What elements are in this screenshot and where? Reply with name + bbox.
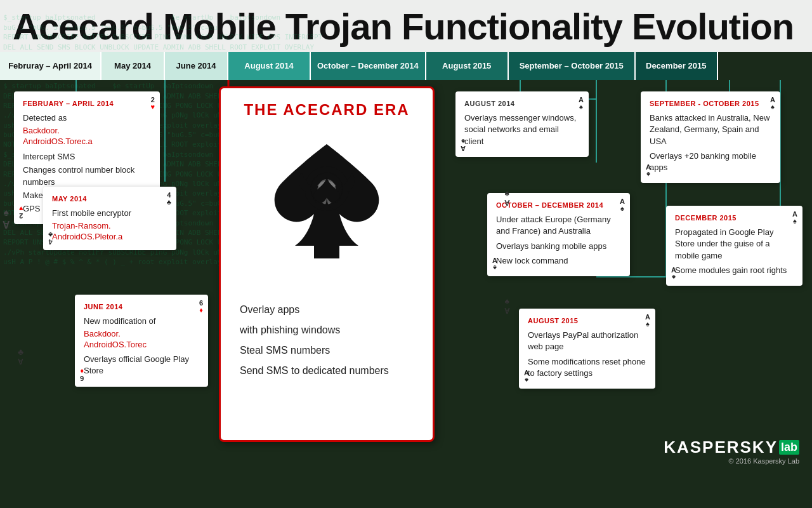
card-oct-dec2014-corner-bl: ♠ A [492, 257, 497, 271]
feature-phishing: with phishing windows [240, 320, 389, 340]
card-feb-apr-corner-bl: 2 ♥ [19, 205, 23, 219]
jun-new: New modification of [84, 316, 199, 327]
card-aug2015-corner-bl: ♠ A [524, 370, 529, 384]
card-oct-dec2014-title: OCTOBER – DECEMBER 2014 [496, 201, 621, 210]
small-spade-right-2: ♠ A [504, 296, 510, 315]
card-aug2014-corner-bl: A ♠ [461, 138, 466, 152]
may-link[interactable]: Trojan-Ransom.AndroidOS.Pletor.a [52, 221, 167, 243]
feature-overlay: Overlay apps [240, 300, 389, 320]
aug2015-paypal: Overlays PayPal authorization web page [528, 330, 646, 352]
card-jun: JUNE 2014 6 ♦ 6 ♦ New modification of Ba… [75, 295, 208, 387]
kaspersky-logo-text: KASPERSKY [664, 438, 778, 457]
kaspersky-copyright: © 2016 Kaspersky Lab [729, 457, 799, 465]
card-sep-oct2015-title: SEPTEMBER - OCTOBER 2015 [650, 99, 771, 109]
card-oct-dec2014-corner: A ♠ [620, 198, 625, 212]
timeline-bar: Februray – April 2014 May 2014 June 2014… [0, 52, 812, 80]
card-dec2015-corner: A ♠ [792, 211, 797, 225]
feb-apr-intercept: Intercept SMS [23, 151, 151, 163]
small-corner-left: ♠ A [3, 207, 10, 230]
timeline-feb-apr: Februray – April 2014 [0, 52, 102, 80]
jun-link[interactable]: Backdoor.AndroidOS.Torec [84, 329, 199, 351]
aug2014-content: Overlays messenger windows, social netwo… [464, 112, 580, 147]
card-dec2015-title: DECEMBER 2015 [675, 213, 794, 223]
content-area: THE ACECARD ERA ♠ [0, 80, 812, 470]
svg-text:♠: ♠ [311, 160, 342, 223]
oct-dec-europe: Under attack Europe (Germany and France)… [496, 214, 621, 237]
card-aug2014-corner: A ♠ [579, 97, 584, 110]
feature-steal-sms: Steal SMS numbers [240, 340, 389, 361]
timeline-jun: June 2014 [165, 52, 228, 80]
timeline-sep-oct2015: September – October 2015 [509, 52, 636, 80]
card-jun-title: JUNE 2014 [84, 302, 199, 312]
card-may: MAY 2014 4 ♣ 4 ♣ First mobile encryptor … [43, 187, 176, 250]
card-aug2014: AUGUST 2014 A ♠ A ♠ Overlays messenger w… [455, 91, 589, 157]
aug2015-reset: Some modifications reset phone to factor… [528, 356, 646, 379]
card-feb-apr-title: FEBRUARY – APRIL 2014 [23, 99, 151, 109]
card-feb-apr-corner: 2 ♥ [150, 97, 155, 110]
dec2015-root: Some modules gain root rights [675, 265, 794, 276]
acecard-title: THE ACECARD ERA [244, 101, 409, 119]
oct-dec-overlay: Overlays banking mobile apps [496, 241, 621, 252]
acecard-center-card: THE ACECARD ERA ♠ [219, 86, 435, 442]
card-aug2015: AUGUST 2015 A ♠ ♠ A Overlays PayPal auth… [519, 309, 655, 389]
card-aug2014-title: AUGUST 2014 [464, 99, 580, 109]
card-dec2015-corner-bl: ♠ A [671, 267, 676, 281]
card-sep-oct2015-corner: A ♠ [770, 97, 775, 110]
card-may-corner-bl: 4 ♣ [48, 231, 53, 245]
jun-overlay: Overlays official Google Play Store [84, 354, 199, 377]
feature-send-sms: Send SMS to dedicated numbers [240, 361, 389, 381]
card-sep-oct2015: SEPTEMBER - OCTOBER 2015 A ♠ ♠ A Banks a… [641, 91, 780, 183]
timeline-aug2015: August 2015 [426, 52, 509, 80]
timeline-aug2014: August 2014 [228, 52, 311, 80]
timeline-may: May 2014 [102, 52, 165, 80]
sep-oct-overlays: Overlays +20 banking mobile apps [650, 150, 771, 173]
kaspersky-branding: KASPERSKY lab © 2016 Kaspersky Lab [664, 438, 799, 465]
timeline-dec2015: December 2015 [636, 52, 718, 80]
card-aug2015-corner: A ♠ [645, 314, 650, 328]
kaspersky-logo-badge: lab [779, 440, 799, 455]
feb-apr-link[interactable]: Backdoor.AndroidOS.Torec.a [23, 126, 151, 147]
acecard-features: Overlay apps with phishing windows Steal… [233, 300, 389, 381]
card-may-corner: 4 ♣ [167, 192, 171, 206]
feb-apr-changes: Changes control number block numbers [23, 164, 151, 187]
card-aug2015-title: AUGUST 2015 [528, 316, 646, 326]
sep-oct-banks: Banks attacked in Australia, New Zealand… [650, 112, 771, 147]
card-jun-corner-bl: 6 ♦ [80, 368, 84, 382]
oct-dec-lock: New lock command [496, 255, 621, 267]
dec2015-propagated: Propagated in Google Play Store under th… [675, 227, 794, 262]
timeline-oct-dec2014: October – December 2014 [311, 52, 426, 80]
small-spade-right-1: ♠ A [504, 188, 510, 207]
card-jun-corner: 6 ♦ [199, 300, 203, 314]
card-may-title: MAY 2014 [52, 194, 167, 204]
card-sep-oct2015-corner-bl: ♠ A [646, 164, 651, 178]
small-spade-indicator-1: ♣ A [18, 347, 23, 366]
may-content: First mobile encryptor [52, 208, 167, 219]
feb-apr-detected-label: Detected as [23, 112, 151, 124]
card-dec2015: DECEMBER 2015 A ♠ ♠ A Propagated in Goog… [666, 206, 802, 286]
